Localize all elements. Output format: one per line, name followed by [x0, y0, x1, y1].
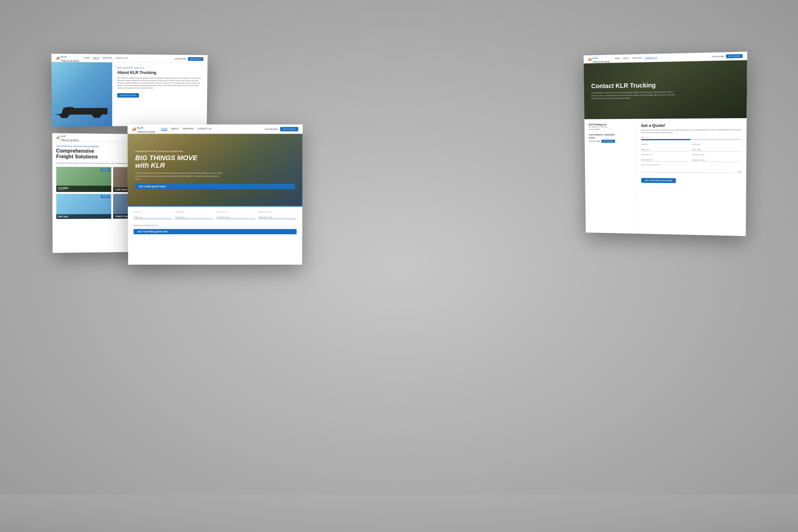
- origin-state-label: Origin State: [692, 144, 741, 145]
- dest-state-label: Destination State: [692, 154, 741, 155]
- nav-contact[interactable]: CONTACT US: [115, 57, 128, 59]
- about-page-card: 🚚 KLR TRUCKING HOME ABOUT SERVICES CONTA…: [52, 54, 208, 127]
- contact-info-panel: KLR Trucking, Inc. 897 Adamson Dr Monroe…: [585, 119, 637, 233]
- contact-title: Contact KLR Trucking: [591, 80, 739, 90]
- home-hero-title: BIG THINGS MOVE with KLR: [135, 154, 295, 170]
- contact-nav-services[interactable]: SERVICES: [632, 57, 642, 59]
- dest-row: Destination City Destination State: [641, 154, 741, 162]
- qs-origin-city-field: Origin City: [133, 211, 172, 219]
- qs-origin-city-label: Origin City: [133, 211, 172, 213]
- dest-city-input[interactable]: [641, 158, 689, 162]
- services-title-line2: Freight Solutions: [56, 154, 98, 159]
- contact-phone-number: (770) 315-2523: [589, 140, 600, 142]
- home-origin-row: Origin City Origin State Destination Cit…: [133, 211, 297, 219]
- contact-nav-home[interactable]: HOME: [614, 57, 620, 59]
- services-logo[interactable]: 🚚 KLR TRUCKING: [56, 133, 79, 142]
- contact-nav-right: (770) 315-2523 GET A QUOTE: [712, 54, 742, 59]
- home-cta-btn[interactable]: GET A QUOTE: [280, 127, 298, 131]
- dest-state-input[interactable]: [692, 158, 741, 162]
- home-nav-links: HOME ABOUT SERVICES CONTACT US: [161, 128, 212, 131]
- service-dry-van[interactable]: SERVICES DRY VAN: [56, 194, 111, 219]
- origin-state-input[interactable]: [692, 148, 741, 151]
- about-body: KLR Trucking is a family owned and opera…: [117, 77, 203, 89]
- progress-fill: [641, 139, 691, 140]
- address-block: KLR Trucking, Inc. 897 Adamson Dr Monroe…: [589, 123, 631, 131]
- origin-city-field: Origin City: [641, 144, 689, 151]
- qs-origin-state-label: Origin State: [175, 211, 213, 213]
- about-cta-btn[interactable]: GET A QUOTE: [188, 57, 203, 61]
- origin-state-field: Origin State: [692, 144, 741, 151]
- hauling-textarea[interactable]: [641, 166, 741, 173]
- about-nav-links: HOME ABOUT SERVICES CONTACT US: [84, 57, 127, 59]
- origin-city-label: Origin City: [641, 144, 689, 145]
- about-request-btn[interactable]: REQUEST A QUOTE: [117, 93, 139, 98]
- services-logo-sub: TRUCKING: [60, 138, 79, 142]
- dest-city-field: Destination City: [641, 154, 689, 162]
- contact-sub: KLR Trucking, Inc. is here to serve your…: [591, 91, 678, 100]
- form-submit-btn[interactable]: GET YOUR FREE QUOTE NOW: [641, 178, 676, 183]
- hero-title-line2: with KLR: [135, 162, 165, 169]
- qs-dest-state-input[interactable]: [258, 216, 297, 219]
- contact-nav-about[interactable]: ABOUT: [623, 57, 630, 60]
- form-sub: Unsure about costs? Let us help! Reach o…: [641, 129, 741, 134]
- qs-origin-city-input[interactable]: [133, 216, 172, 219]
- home-hero-sub: Your one-stop shop for all your speciali…: [135, 172, 223, 181]
- hauling-field: What are we hauling for you?: [641, 164, 741, 174]
- about-hero: SHIP SMARTER. SHIP KLR. About KLR Trucki…: [52, 62, 208, 127]
- dryvan-title: DRY VAN: [58, 215, 109, 218]
- phone-row: (770) 315-2523 GET A QUOTE: [589, 140, 631, 143]
- qs-hauling-field: [133, 222, 297, 227]
- step-indicator: Step 1 of 2: [641, 136, 741, 138]
- services-title-line1: Comprehensive: [56, 148, 94, 154]
- about-title: About KLR Trucking: [117, 70, 203, 75]
- dryvan-label-bar: DRY VAN: [56, 214, 111, 219]
- contact-cta-btn[interactable]: GET A QUOTE: [726, 54, 742, 58]
- home-phone: (770) 315-2523: [265, 128, 278, 130]
- about-nav-right: (770) 315-2523 GET A QUOTE: [174, 57, 203, 61]
- nav-about[interactable]: ABOUT: [93, 57, 99, 59]
- dest-state-field: Destination State: [692, 154, 741, 162]
- contact-phone: (770) 315-2523: [712, 55, 724, 57]
- home-logo-text: KLR: [137, 126, 144, 129]
- home-nav-about[interactable]: ABOUT: [171, 128, 179, 131]
- contact-nav-contact[interactable]: CONTACT US: [645, 57, 657, 59]
- truck-silhouette: [53, 101, 108, 124]
- about-phone: (770) 315-2523: [174, 58, 186, 59]
- nav-home[interactable]: HOME: [84, 57, 90, 59]
- contact-hero: Contact KLR Trucking KLR Trucking, Inc. …: [584, 60, 747, 119]
- home-nav-services[interactable]: SERVICES: [183, 128, 194, 131]
- home-nav: 🚚 KLR TRUCKING HOME ABOUT SERVICES CONTA…: [128, 125, 303, 134]
- contact-body: KLR Trucking, Inc. 897 Adamson Dr Monroe…: [585, 118, 747, 236]
- dryvan-badge: SERVICES: [101, 195, 110, 198]
- origin-row: Origin City Origin State: [641, 144, 742, 151]
- logo-text: KLR: [61, 56, 67, 58]
- home-page-card: 🚚 KLR TRUCKING HOME ABOUT SERVICES CONTA…: [128, 125, 303, 265]
- home-logo[interactable]: 🚚 KLR TRUCKING: [132, 125, 155, 133]
- qs-dest-city-input[interactable]: [217, 216, 255, 219]
- qs-submit-btn[interactable]: GET YOUR FREE QUOTE NOW: [133, 229, 297, 234]
- home-logo-sub: TRUCKING: [137, 130, 155, 133]
- qs-hauling-input[interactable]: [133, 224, 297, 227]
- home-quote-strip: Origin City Origin State Destination Cit…: [128, 206, 302, 239]
- contact-info-quote-btn[interactable]: GET A QUOTE: [601, 140, 615, 143]
- home-nav-home[interactable]: HOME: [161, 128, 168, 131]
- nav-services[interactable]: SERVICES: [102, 57, 112, 59]
- contact-nav-links: HOME ABOUT SERVICES CONTACT US: [614, 57, 657, 60]
- flatbed-label-bar: FLATBED SHIPPING: [56, 186, 111, 192]
- origin-city-input[interactable]: [641, 148, 689, 151]
- qs-origin-state-input[interactable]: [175, 216, 213, 219]
- phone-sub-label: PHONE: [589, 137, 631, 139]
- about-tag: SHIP SMARTER. SHIP KLR.: [117, 67, 203, 70]
- about-logo[interactable]: 🚚 KLR TRUCKING: [56, 54, 79, 62]
- qs-dest-city-label: Destination City: [217, 211, 255, 213]
- about-nav: 🚚 KLR TRUCKING HOME ABOUT SERVICES CONTA…: [52, 54, 208, 63]
- services-logo-text: KLR: [60, 135, 65, 137]
- home-nav-contact[interactable]: CONTACT US: [197, 128, 211, 131]
- home-nav-right: (770) 315-2523 GET A QUOTE: [265, 127, 298, 131]
- hero-title-line1: BIG THINGS MOVE: [135, 154, 197, 162]
- home-hero-cta-btn[interactable]: GET A FREE QUOTE TODAY: [135, 184, 295, 189]
- service-flatbed[interactable]: SERVICES FLATBED SHIPPING: [56, 167, 111, 192]
- contact-logo[interactable]: 🚚 KLR TRUCKING: [588, 54, 610, 64]
- flatbed-badge: SERVICES: [101, 169, 110, 171]
- contact-page-card: 🚚 KLR TRUCKING HOME ABOUT SERVICES CONTA…: [584, 52, 747, 236]
